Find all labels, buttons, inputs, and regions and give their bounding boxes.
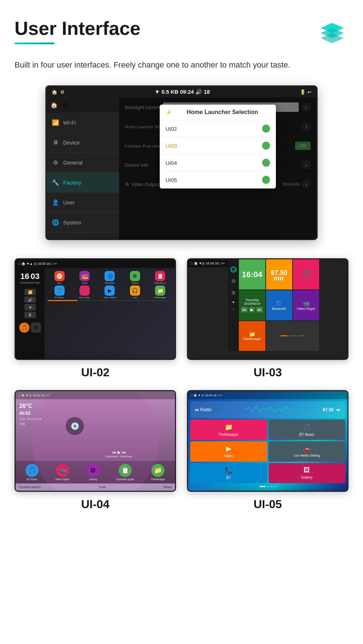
sidebar-item-device[interactable]: 🖥 Device [46, 133, 119, 153]
device-icon: 🖥 [52, 138, 60, 146]
ui04-app-operation[interactable]: 📋 Operation guide [116, 464, 134, 481]
ui03-dot2 [233, 309, 234, 310]
app-btmusic[interactable]: 🎵 BT Music [48, 285, 71, 299]
vol-ctrl: 🔊 [24, 296, 36, 303]
sidebar-item-factory[interactable]: 🔧 Factory [46, 173, 119, 193]
app-videoplayer[interactable]: ▶ Video Player [98, 285, 122, 299]
ui05-carmedia-icon: 🚗 [303, 445, 310, 452]
logo-icon [316, 18, 348, 51]
wifi-label: Wi-Fi [63, 120, 76, 126]
ui04-video-icon: 📹 [56, 464, 69, 477]
app-aux[interactable]: 🎧 AUX [123, 285, 147, 299]
ui05-carmedia-label: Car Media Setting [294, 454, 320, 457]
operation-label: Operation g. [154, 282, 166, 284]
ui04-btmusic-icon: 🎵 [25, 464, 38, 477]
navi-label: Navi [57, 282, 62, 284]
progress-bar-4 [142, 300, 172, 301]
wifi-ctrl: 📶 [24, 289, 36, 295]
bt-icon: 🔵 [105, 271, 115, 281]
ui04-next-btn: ⏭ [122, 450, 126, 455]
ui04-app-btmusic[interactable]: 🎵 BT Music [25, 464, 38, 481]
ui04-app-setting[interactable]: ⚙ Setting [86, 464, 99, 481]
ui04-label: UI-04 [81, 498, 109, 511]
sidebar-item-general[interactable]: ⚙ General [46, 153, 119, 173]
data-usage: 0.5 KB [162, 89, 180, 95]
ui03-date-label: 2019/04/19 [244, 302, 260, 305]
device-statusbar: 🏠 ⚙ ▼ 0.5 KB 09:24 🔊 18 🔋 ↩ [46, 86, 317, 97]
sidebar-item-user[interactable]: 👤 User [46, 193, 119, 212]
ui03-video-icon: 📹 [302, 300, 310, 307]
progress-bars [48, 300, 172, 301]
progress-bar-1 [48, 300, 78, 301]
sidebar-item-wifi[interactable]: 📶 Wi-Fi [46, 113, 119, 133]
ui05-dot-3 [274, 486, 276, 487]
dialog-item-ui03[interactable]: UI03 [160, 137, 276, 154]
ui02-statusbar: □ 🏠 ▼▲ ◎ 16:03 18 □ ↩ [16, 259, 175, 268]
ui03-tile-video: 📹 Video Player [293, 290, 319, 320]
ui04-chrome-label: Chrome search [19, 485, 41, 489]
ui05-gallery-icon: 🖼 [303, 466, 310, 474]
ui03-tiles: 16:04 87.50 ▌▌▌▌▌ 🎵 Thursday [239, 259, 319, 351]
ui04-playback: ⏮ ▶ ⏭ [63, 450, 175, 455]
ui04-app-filemanager[interactable]: 📁 FileManager [151, 464, 165, 481]
ui05-radio-prev: ⏮ Radio [195, 407, 212, 412]
ui04-app-video[interactable]: 📹 Video Player [55, 464, 70, 481]
ui03-tile-bt: 🔵 Bluetooth [266, 290, 292, 320]
ui04-day-label: Thur. 2019.04.18 [19, 417, 59, 421]
ui04-share-label: Share [163, 485, 172, 489]
sidebar-item-system[interactable]: 🌐 System [46, 212, 119, 232]
ui-card-02: □ 🏠 ▼▲ ◎ 16:03 18 □ ↩ 16 03 2019/4/18 Th… [15, 258, 176, 379]
volume-icon: 🔊 18 [195, 89, 210, 95]
app-filemanager[interactable]: 📁 FileManager [148, 285, 172, 299]
wifi-icon: 📶 [52, 118, 60, 126]
ui03-time-display: 16:04 [242, 270, 262, 279]
ui05-statusbar-text: □ 🏠 ▼ ◎ 16:06 18 □ ↩ [191, 394, 222, 397]
ui04-file-label: FileManager [151, 478, 165, 481]
settings-icon: ⚙ [60, 89, 65, 95]
filemanager-icon: 📁 [155, 285, 165, 296]
ui05-radio-next: ⏭ [337, 407, 341, 412]
ui05-filemanager-icon: 📁 [225, 423, 233, 431]
ui03-label: UI-03 [253, 366, 282, 379]
btmusic-icon: 🎵 [54, 285, 65, 296]
ui03-body: ◎ ⚙ ⚙ 16:04 87.50 [228, 259, 319, 351]
app-radio[interactable]: 📻 Radio [73, 271, 96, 284]
ui04-temperature: 26°C [19, 403, 59, 409]
dialog-overlay[interactable]: ⚡ Home Launcher Selection UI02 UI03 [119, 97, 317, 239]
app-setting[interactable]: ⚙ Setting [123, 271, 147, 284]
ui03-rw-btn: ⏮ [241, 307, 248, 312]
ui03-fm-icon: 📁 [249, 331, 255, 337]
app-musicplay[interactable]: 🎶 Music Play. [73, 285, 96, 299]
title-underline [15, 42, 54, 44]
ui04-file-icon: 📁 [151, 464, 164, 477]
device-label: Device [63, 139, 80, 146]
ui03-video-label: Video Player [297, 307, 315, 311]
ui03-tile-music: 🎵 [293, 259, 319, 289]
ui02-statusbar-left: □ 🏠 ▼▲ ◎ 16:03 18 □ ↩ [19, 262, 57, 266]
dialog-item-ui02[interactable]: UI02 [160, 120, 276, 137]
ui03-screen: □ 🏠 ▼◎ 16:04 18 □ ↩ ◎ ⚙ ⚙ [188, 259, 347, 359]
operation-icon: 📋 [155, 271, 165, 281]
dialog-item-ui04[interactable]: UI04 [160, 154, 276, 171]
dialog-item-ui05[interactable]: UI05 [160, 171, 276, 189]
ui03-dot [233, 301, 234, 303]
ui03-ff-btn: ⏭ [256, 307, 263, 312]
ui05-dot-active [260, 486, 265, 487]
app-operation[interactable]: 📋 Operation g. [148, 271, 172, 284]
app-navi[interactable]: 🧭 Navi [48, 271, 71, 284]
progress-bar-2 [79, 300, 109, 301]
device-sidebar: 🏠 ⚙ 📶 Wi-Fi 🖥 Device ⚙ General 🔧 F [46, 97, 119, 239]
video-icon2: ▶ [105, 285, 115, 296]
app-bluetooth[interactable]: 🔵 Bluetooth [98, 271, 122, 284]
ui05-option-label: UI05 [166, 177, 177, 183]
ui02-left-panel: 16 03 2019/4/18 Thur 📶 🔊 ☀ 🎚 [16, 268, 45, 359]
ui04-play-btn: ▶ [118, 450, 121, 455]
statusbar-left: 🏠 ⚙ [52, 89, 65, 95]
ui05-bt-icon: 📞 [225, 466, 233, 474]
device-main-area: Backlight current Enter the password › H… [119, 97, 317, 239]
gear-icon: ⚙ [52, 158, 60, 166]
ui02-date: 2019/4/18 Thur [20, 281, 40, 284]
ui03-playback-controls: ⏮ ▶ ⏭ [241, 307, 263, 312]
back-icon: ↩ [307, 89, 311, 95]
ui05-tile-gallery: 🖼 Gallery [269, 463, 346, 483]
